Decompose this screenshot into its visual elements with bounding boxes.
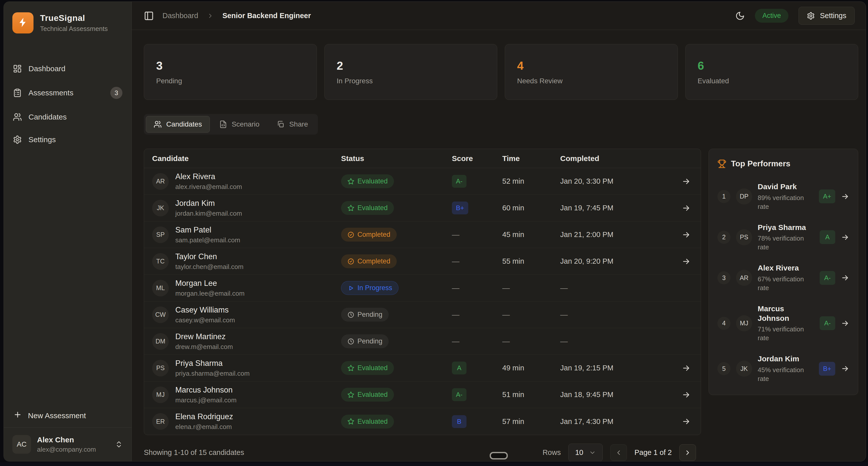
new-assessment-label: New Assessment: [28, 411, 86, 420]
user-email: alex@company.com: [37, 445, 96, 454]
window-drag-handle[interactable]: [490, 452, 508, 460]
performer-item[interactable]: 1 DP David Park89% verification rate A+: [717, 182, 849, 211]
score-badge: B+: [452, 202, 468, 214]
table-row[interactable]: PSPriya Sharmapriya.sharma@email.com Eva…: [144, 355, 701, 381]
breadcrumb-root[interactable]: Dashboard: [162, 11, 198, 20]
clock-icon: [347, 311, 354, 318]
settings-button-label: Settings: [820, 11, 846, 20]
stat-card-pending: 3 Pending: [144, 44, 317, 100]
sidebar-item-candidates[interactable]: Candidates: [4, 107, 131, 127]
table-header: Candidate Status Score Time Completed: [144, 149, 701, 168]
user-name: Alex Chen: [37, 436, 96, 444]
column-header-time: Time: [502, 154, 560, 163]
avatar: AC: [12, 435, 31, 454]
avatar: MJ: [152, 387, 169, 403]
arrow-right-icon[interactable]: [841, 273, 849, 282]
assessments-count-badge: 3: [110, 87, 122, 99]
arrow-right-icon[interactable]: [841, 364, 849, 373]
arrow-right-icon[interactable]: [682, 230, 701, 239]
performer-item[interactable]: 4 MJ Marcus Johnson71% verification rate…: [717, 304, 849, 342]
breadcrumb-current: Senior Backend Engineer: [222, 11, 311, 20]
avatar: PS: [736, 229, 752, 245]
user-menu[interactable]: AC Alex Chen alex@company.com: [4, 427, 131, 461]
grade-badge: A+: [819, 190, 835, 203]
stat-card-in-progress: 2 In Progress: [324, 44, 497, 100]
table-row[interactable]: ERElena Rodriguezelena.r@email.com Evalu…: [144, 408, 701, 435]
candidate-name: Taylor Chen: [175, 252, 244, 261]
status-badge: Evaluated: [341, 174, 394, 188]
performer-detail: 67% verification rate: [758, 275, 814, 292]
tab-share[interactable]: Share: [269, 116, 316, 133]
tab-candidates[interactable]: Candidates: [146, 116, 210, 133]
arrow-right-icon[interactable]: [682, 257, 701, 266]
star-icon: [347, 365, 354, 372]
check-circle-icon: [347, 231, 354, 238]
table-row[interactable]: TCTaylor Chentaylor.chen@email.com Compl…: [144, 248, 701, 275]
arrow-right-icon[interactable]: [682, 204, 701, 212]
star-icon: [347, 205, 354, 211]
table-row[interactable]: DMDrew Martinezdrew.m@email.com Pending …: [144, 328, 701, 355]
arrow-right-icon[interactable]: [682, 390, 701, 399]
previous-page-button[interactable]: [610, 444, 627, 461]
sidebar-toggle-icon[interactable]: [144, 11, 154, 21]
arrow-right-icon[interactable]: [841, 192, 849, 201]
table-row[interactable]: MJMarcus Johnsonmarcus.j@email.com Evalu…: [144, 381, 701, 408]
stat-value: 4: [517, 59, 665, 72]
tab-scenario[interactable]: Scenario: [211, 116, 268, 133]
table-row[interactable]: JKJordan Kimjordan.kim@email.com Evaluat…: [144, 195, 701, 222]
candidate-email: priya.sharma@email.com: [175, 370, 250, 377]
status-badge: Evaluated: [341, 361, 394, 375]
arrow-right-icon[interactable]: [841, 233, 849, 241]
avatar: DM: [152, 333, 169, 350]
performer-item[interactable]: 2 PS Priya Sharma78% verification rate A: [717, 223, 849, 252]
arrow-right-icon[interactable]: [841, 319, 849, 328]
table-row[interactable]: MLMorgan Leemorgan.lee@email.com In Prog…: [144, 275, 701, 301]
score-empty: —: [452, 310, 460, 319]
chevrons-up-down-icon: [115, 440, 123, 448]
sidebar-item-dashboard[interactable]: Dashboard: [4, 59, 131, 79]
avatar: TC: [152, 253, 169, 270]
settings-button[interactable]: Settings: [799, 7, 855, 25]
desktop-background-strip: [0, 463, 868, 466]
stat-card-evaluated: 6 Evaluated: [685, 44, 859, 100]
rows-per-page-select[interactable]: 10: [568, 443, 602, 462]
main-area: Dashboard Senior Backend Engineer Active…: [132, 2, 866, 461]
view-tabs: Candidates Scenario Share: [144, 114, 318, 135]
arrow-right-icon[interactable]: [682, 177, 701, 186]
table-row[interactable]: ARAlex Riveraalex.rivera@email.com Evalu…: [144, 168, 701, 195]
completed-cell: Jan 20, 9:20 PM: [560, 257, 666, 265]
time-empty: —: [502, 310, 560, 319]
performer-item[interactable]: 5 JK Jordan Kim45% verification rate B+: [717, 354, 849, 383]
score-badge: A: [452, 362, 466, 374]
avatar: JK: [152, 200, 169, 217]
avatar: ML: [152, 280, 169, 296]
candidate-name: Jordan Kim: [175, 199, 242, 208]
score-empty: —: [452, 284, 460, 292]
arrow-right-icon[interactable]: [682, 364, 701, 373]
candidate-name: Sam Patel: [175, 226, 240, 234]
time-empty: —: [502, 284, 560, 292]
avatar: PS: [152, 360, 169, 376]
performer-item[interactable]: 3 AR Alex Rivera67% verification rate A-: [717, 263, 849, 292]
status-badge: Completed: [341, 228, 397, 241]
sidebar-item-assessments[interactable]: Assessments 3: [4, 81, 131, 104]
dark-mode-toggle-moon-icon[interactable]: [735, 11, 745, 21]
arrow-right-icon[interactable]: [682, 417, 701, 426]
completed-cell: Jan 20, 3:30 PM: [560, 177, 666, 186]
new-assessment-button[interactable]: New Assessment: [4, 404, 131, 427]
sidebar-item-settings[interactable]: Settings: [4, 130, 131, 150]
next-page-button[interactable]: [679, 444, 696, 461]
table-row[interactable]: SPSam Patelsam.patel@email.com Completed…: [144, 222, 701, 248]
star-icon: [347, 391, 354, 398]
tab-label: Share: [289, 120, 308, 128]
plus-icon: [13, 410, 22, 421]
performer-name: Jordan Kim: [758, 354, 813, 364]
candidate-email: alex.rivera@email.com: [175, 183, 242, 191]
candidate-email: jordan.kim@email.com: [175, 210, 242, 218]
file-code-icon: [219, 120, 227, 128]
page-indicator: Page 1 of 2: [634, 448, 672, 457]
table-row[interactable]: CWCasey Williamscasey.w@email.com Pendin…: [144, 301, 701, 328]
candidate-email: taylor.chen@email.com: [175, 263, 244, 271]
gear-icon: [13, 135, 22, 144]
avatar: SP: [152, 227, 169, 243]
